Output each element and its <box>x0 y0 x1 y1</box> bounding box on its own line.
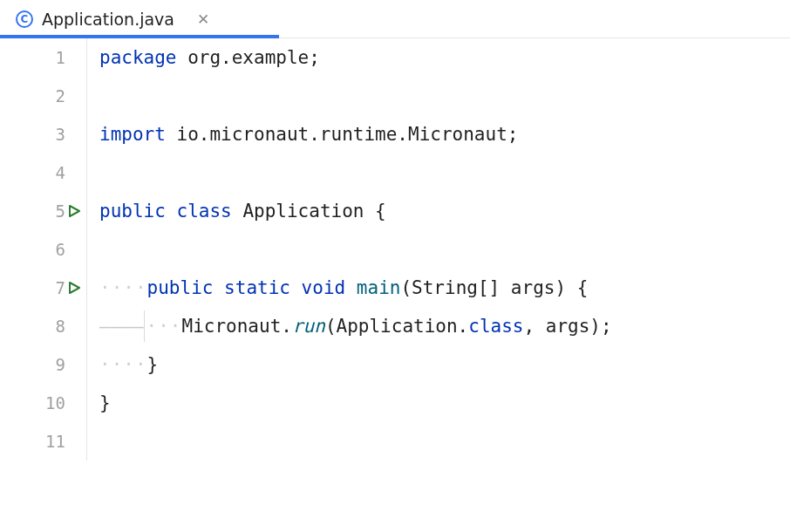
code-line[interactable]: package org.example; <box>99 38 612 77</box>
code-line[interactable]: import io.micronaut.runtime.Micronaut; <box>99 115 612 153</box>
gutter: 1 2 3 4 5 6 7 8 9 10 11 <box>0 38 87 460</box>
package-name: org.example; <box>177 47 320 68</box>
whitespace-indicator: ···· <box>99 277 147 298</box>
code-text: (Application. <box>325 316 468 337</box>
import-path: io.micronaut.runtime.Micronaut; <box>166 124 519 145</box>
line-number: 7 <box>56 278 65 297</box>
whitespace-indicator: ··· <box>146 316 182 337</box>
brace: { <box>375 201 386 222</box>
line-number: 3 <box>56 125 65 144</box>
gutter-row[interactable]: 1 <box>0 38 86 77</box>
java-class-icon: C <box>16 10 33 28</box>
params: (String[] args) <box>400 277 576 298</box>
gutter-row[interactable]: 10 <box>0 384 86 422</box>
gutter-row[interactable]: 3 <box>0 115 86 153</box>
line-number: 1 <box>56 48 65 67</box>
class-name: Application <box>232 201 375 222</box>
keyword-static: static <box>224 277 290 298</box>
code-line[interactable] <box>99 422 612 460</box>
space <box>345 277 357 298</box>
indent-guide <box>144 310 145 342</box>
gutter-row[interactable]: 6 <box>0 230 86 269</box>
code-area[interactable]: package org.example; import io.micronaut… <box>87 38 612 460</box>
line-number: 4 <box>56 163 65 182</box>
line-number: 8 <box>56 317 65 336</box>
method-main: main <box>357 277 401 298</box>
line-number: 10 <box>45 393 65 413</box>
keyword-public: public <box>99 201 166 222</box>
code-line[interactable] <box>99 230 612 269</box>
tab-bar: C Application.java ✕ <box>0 0 790 38</box>
svg-marker-0 <box>70 206 79 216</box>
gutter-row[interactable]: 11 <box>0 422 86 460</box>
code-line[interactable] <box>99 77 612 115</box>
code-line[interactable] <box>99 153 612 192</box>
line-number: 11 <box>45 432 65 451</box>
code-line[interactable]: ····} <box>99 345 612 384</box>
line-number: 5 <box>56 201 65 221</box>
gutter-row[interactable]: 2 <box>0 77 86 115</box>
space <box>166 201 177 222</box>
keyword-package: package <box>99 47 177 68</box>
line-number: 2 <box>56 86 65 106</box>
editor-tab[interactable]: C Application.java ✕ <box>0 0 225 38</box>
method-run: run <box>292 316 325 337</box>
run-class-gutter-icon[interactable] <box>67 204 81 218</box>
code-line[interactable]: public class Application { <box>99 192 612 230</box>
gutter-row[interactable]: 4 <box>0 153 86 192</box>
gutter-row[interactable]: 7 <box>0 269 86 307</box>
code-line[interactable]: ————···Micronaut.run(Application.class, … <box>99 307 612 345</box>
whitespace-indicator: ···· <box>99 354 147 375</box>
code-line[interactable]: } <box>99 384 612 422</box>
keyword-void: void <box>302 277 346 298</box>
keyword-import: import <box>99 124 166 145</box>
code-text: , args); <box>523 316 611 337</box>
space <box>213 277 224 298</box>
keyword-class-ref: class <box>468 316 523 337</box>
code-line[interactable]: ····public static void main(String[] arg… <box>99 269 612 307</box>
gutter-row[interactable]: 8 <box>0 307 86 345</box>
close-tab-icon[interactable]: ✕ <box>197 10 209 28</box>
gutter-row[interactable]: 5 <box>0 192 86 230</box>
brace: { <box>577 277 589 298</box>
whitespace-indicator: ———— <box>99 316 144 337</box>
line-number: 9 <box>56 355 65 374</box>
editor: 1 2 3 4 5 6 7 8 9 10 11 package org.exam… <box>0 38 790 460</box>
space <box>290 277 302 298</box>
line-number: 6 <box>56 240 65 259</box>
keyword-class: class <box>177 201 232 222</box>
keyword-public: public <box>147 277 214 298</box>
run-main-gutter-icon[interactable] <box>67 281 81 295</box>
tab-filename: Application.java <box>42 10 174 29</box>
code-text: Micronaut. <box>182 316 292 337</box>
brace: } <box>147 354 159 375</box>
brace: } <box>99 392 111 413</box>
svg-marker-1 <box>70 283 79 293</box>
java-class-icon-letter: C <box>21 14 29 24</box>
gutter-row[interactable]: 9 <box>0 345 86 384</box>
